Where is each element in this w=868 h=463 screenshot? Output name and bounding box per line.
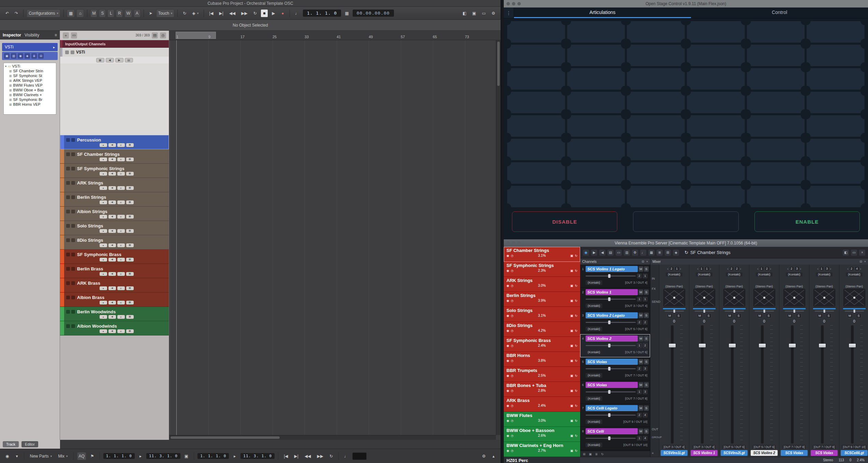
decouple-icon[interactable]: ↻: [575, 344, 577, 347]
play-icon[interactable]: ▶: [591, 250, 597, 256]
instance-row[interactable]: Berlin Strings ◉ ◷ 3.9% ▣ ↻: [504, 292, 580, 307]
channel-mute-button[interactable]: M: [638, 336, 643, 341]
edit-channel-button[interactable]: e: [117, 143, 125, 147]
timeline-area[interactable]: 191725334149576573: [169, 31, 501, 440]
strip-midi-port[interactable]: 1: [699, 266, 704, 271]
setup-window-icon[interactable]: ▦: [67, 9, 75, 17]
auto-quantize-button[interactable]: AQ: [77, 452, 86, 460]
pan-width-indicator[interactable]: [723, 308, 746, 309]
edit-channel-button[interactable]: e: [117, 172, 125, 176]
lock-icon[interactable]: ▣: [182, 452, 190, 460]
solo-button[interactable]: [71, 224, 75, 228]
settings-gear-icon[interactable]: ⚙: [632, 250, 638, 256]
solo-button[interactable]: [71, 310, 75, 314]
power-icon[interactable]: ◉: [506, 284, 509, 287]
mute-button[interactable]: [66, 167, 70, 170]
channel-plugin[interactable]: (Kontakt): [586, 396, 602, 401]
osc-pad[interactable]: [747, 68, 805, 90]
preserve-icon[interactable]: ▣: [570, 404, 573, 407]
osc-pad[interactable]: [567, 68, 625, 90]
mute-button[interactable]: [66, 324, 70, 328]
clock-icon[interactable]: ◷: [511, 314, 514, 317]
fader-handle[interactable]: [729, 343, 736, 348]
channel-name[interactable]: SCS Violins 2 Legato: [586, 312, 638, 318]
clock-icon[interactable]: ◷: [511, 449, 514, 452]
mixer-menu-icon[interactable]: ≡: [652, 451, 653, 455]
cubase-titlebar[interactable]: Cubase Pro Project - Orchestral Template…: [0, 0, 501, 7]
channel-mute-button[interactable]: M: [638, 289, 643, 295]
pan-rotation-slider[interactable]: [815, 311, 834, 312]
fader-handle[interactable]: [668, 343, 676, 348]
osc-pad[interactable]: [747, 92, 805, 113]
channel-midi-port[interactable]: 2: [637, 413, 642, 417]
goto-start-icon[interactable]: |◀: [207, 9, 215, 17]
channel-item[interactable]: 5 SCS Violas M S 2 3: [580, 357, 650, 380]
left-zone-icon[interactable]: ◧: [460, 9, 468, 17]
inspector-tab[interactable]: Visibility: [25, 33, 39, 38]
stop-button[interactable]: ■: [261, 9, 268, 17]
fader-handle[interactable]: [789, 343, 796, 348]
vsti-rack-header[interactable]: VSTi▸: [2, 43, 58, 51]
freeze-button[interactable]: ▦: [126, 243, 134, 247]
clock-icon[interactable]: ◷: [511, 329, 514, 332]
keyboard-icon[interactable]: ▦: [648, 250, 654, 256]
track-row[interactable]: SF Chamber Strings ● ◀ e ▦: [60, 149, 169, 164]
instance-row[interactable]: SF Chamber Strings ◉ ◷ 3.1% ▣ ↻: [504, 247, 580, 262]
port-next-icon[interactable]: ›: [680, 267, 681, 271]
record-icon[interactable]: ◉: [18, 53, 23, 59]
window-settings-gear-icon[interactable]: ⚙: [489, 9, 497, 17]
channel-item[interactable]: 4 SCS Violins 2 M S 1 2: [580, 334, 650, 357]
zone-tab[interactable]: Track: [3, 441, 19, 447]
forward-icon[interactable]: ▶▶: [315, 452, 325, 460]
channel-output[interactable]: [OUT 7 / OUT 8]: [625, 374, 647, 377]
goto-left-locator-icon[interactable]: ▸: [137, 452, 144, 460]
channel-name[interactable]: SCS Violas: [586, 359, 638, 365]
track-filter-icon[interactable]: ▤: [152, 32, 158, 39]
mute-button[interactable]: [66, 181, 70, 185]
instrument-slot-button[interactable]: ▦: [96, 58, 104, 62]
record-button[interactable]: ●: [279, 9, 286, 17]
port-prev-icon[interactable]: ‹: [727, 267, 728, 271]
monitor-button[interactable]: ◀: [108, 229, 116, 233]
osc-pad[interactable]: [747, 139, 805, 160]
power-icon[interactable]: ◉: [506, 359, 509, 362]
tree-item[interactable]: ▥ BBR Horns VEP: [4, 102, 56, 107]
automation-mode-dropdown[interactable]: Touch▾: [156, 9, 175, 17]
channel-plugin[interactable]: (Kontakt): [586, 350, 602, 355]
osc-pad[interactable]: [567, 162, 625, 184]
tree-item[interactable]: ▥ BWW Oboe + Bas: [4, 88, 56, 92]
power-icon[interactable]: ◉: [506, 419, 509, 422]
cycle-icon[interactable]: ↻: [327, 452, 335, 460]
osc-pad[interactable]: [627, 162, 685, 184]
fader-handle[interactable]: [819, 343, 826, 348]
automation-letter-button[interactable]: L: [107, 9, 114, 17]
list-icon[interactable]: ≣: [31, 53, 37, 59]
mute-button[interactable]: [66, 296, 70, 299]
record-enable-button[interactable]: ●: [100, 229, 107, 233]
volume-fader[interactable]: [841, 324, 868, 445]
tempo-icon[interactable]: ♩: [342, 452, 350, 460]
channel-output[interactable]: [OUT 3 / OUT 4]: [625, 281, 647, 284]
osc-pad[interactable]: [807, 45, 865, 66]
channel-midi-channel[interactable]: 4: [643, 413, 647, 417]
instance-row[interactable]: SF Symphonic Brass ◉ ◷ 2.4% ▣ ↻: [504, 337, 580, 352]
left-locator-display[interactable]: 1. 1. 1. 0: [103, 453, 135, 459]
window-controls[interactable]: [506, 2, 521, 5]
fold-icon[interactable]: ▾: [5, 65, 6, 68]
power-icon[interactable]: ◉: [506, 299, 509, 302]
track-row[interactable]: Percussion ● ◀ e ▦: [60, 135, 169, 149]
mute-button[interactable]: [66, 195, 70, 199]
osc-pad[interactable]: [627, 21, 685, 43]
back-icon[interactable]: ◀: [599, 250, 605, 256]
close-icon[interactable]: [506, 2, 510, 5]
pan-xy-pad[interactable]: [663, 289, 685, 307]
clock-icon[interactable]: ◷: [511, 344, 514, 347]
edit-channel-button[interactable]: e: [117, 272, 125, 276]
freeze-button[interactable]: ▦: [126, 186, 134, 190]
record-enable-button[interactable]: ●: [100, 272, 107, 276]
fader-handle[interactable]: [698, 343, 706, 348]
freeze-button[interactable]: ▦: [126, 215, 134, 219]
channel-output[interactable]: [OUT 9 / OUT 10]: [623, 420, 647, 423]
record-enable-button[interactable]: ●: [100, 186, 107, 190]
strip-mute-button[interactable]: M: [817, 313, 823, 318]
